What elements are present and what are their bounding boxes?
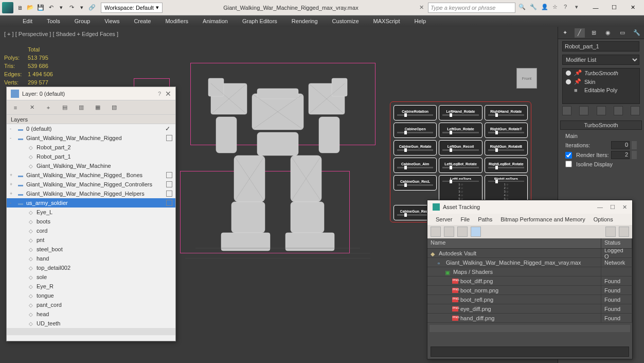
iterations-spinner[interactable]: 0 [611, 141, 630, 149]
help-icon[interactable]: ? [564, 4, 572, 12]
object-node[interactable]: ◇Robot_part_2 [7, 143, 175, 152]
object-node[interactable]: ◇head [7, 309, 175, 319]
render-iters-spinner[interactable]: 2 [611, 151, 630, 159]
asset-row[interactable]: PNGeye_diff.pngFound [427, 304, 632, 314]
menu-customize[interactable]: Customize [325, 15, 366, 27]
slider-track[interactable] [442, 149, 478, 151]
slider-track[interactable] [397, 114, 433, 116]
menu-bitmap-performance-and-memory[interactable]: Bitmap Performance and Memory [496, 216, 589, 222]
control-slider[interactable]: LeftLegToes1 ○2 ○3 ○4 ○5 ○ [439, 175, 482, 203]
control-slider[interactable]: RightGun_RotateT [485, 123, 528, 138]
asset-row[interactable]: PNGboot_norm.pngFound [427, 286, 632, 295]
asset-row[interactable]: PNGhand_diff.pngFound [427, 314, 632, 323]
refresh-icon[interactable] [431, 227, 441, 237]
link-icon[interactable]: 🔗 [87, 3, 97, 12]
menu-create[interactable]: Create [127, 15, 158, 27]
viewport-label[interactable]: [ + ] [ Perspective ] [ Shaded + Edged F… [4, 31, 118, 37]
show-result-button[interactable] [579, 106, 588, 115]
control-slider[interactable]: CabineGun_Aim [393, 158, 437, 173]
object-node[interactable]: ◇Giant_Walking_War_Machine [7, 161, 175, 170]
slider-track[interactable] [442, 114, 478, 116]
modifier-stack[interactable]: 📌TurboSmooth📌Skin■Editable Poly [562, 68, 640, 104]
pin-icon[interactable]: 📌 [574, 78, 581, 85]
bulb-icon[interactable] [566, 71, 571, 76]
slider-thumb[interactable] [404, 183, 407, 187]
layer-checkbox[interactable] [166, 181, 172, 187]
menu-animation[interactable]: Animation [195, 15, 235, 27]
control-slider[interactable]: RightGun_RotateB [485, 140, 528, 155]
asset-path-input[interactable] [431, 347, 629, 357]
redo-icon[interactable]: ↷ [67, 3, 76, 12]
menu-maxscript[interactable]: MAXScript [366, 15, 407, 27]
menu-paths[interactable]: Paths [474, 216, 496, 222]
user-icon[interactable]: 👤 [541, 4, 549, 12]
isoline-checkbox[interactable] [565, 161, 572, 167]
rollout-header[interactable]: TurboSmooth [560, 120, 642, 130]
menu-rendering[interactable]: Rendering [284, 15, 325, 27]
asset-row[interactable]: PNGboot_refl.pngFound [427, 295, 632, 304]
modify-tab-icon[interactable]: ╱ [575, 28, 585, 38]
layer-node[interactable]: -▬Giant_Walking_War_Machine_Rigged [7, 133, 175, 143]
close-button[interactable]: ✕ [623, 2, 642, 14]
redo-dropdown-icon[interactable]: ▾ [77, 3, 86, 12]
spinner-buttons[interactable] [632, 151, 637, 159]
close-icon[interactable]: ✕ [165, 90, 171, 98]
asset-dialog-titlebar[interactable]: Asset Tracking — ☐ ✕ [427, 200, 632, 214]
control-slider[interactable]: RightHand_Rotate [485, 105, 528, 120]
expander-icon[interactable]: - [10, 126, 15, 131]
freeze-layer-icon[interactable]: ▧ [110, 103, 119, 112]
slider-thumb[interactable] [450, 131, 452, 134]
slider-thumb[interactable] [495, 113, 498, 117]
slider-thumb[interactable] [404, 166, 407, 169]
slider-track[interactable] [488, 149, 525, 151]
layer-node[interactable]: -▬us_army_soldier [7, 198, 175, 208]
slider-thumb[interactable] [404, 213, 407, 217]
menu-edit[interactable]: Edit [15, 15, 40, 27]
object-node[interactable]: ◇Eye_R [7, 282, 175, 291]
slider-thumb[interactable] [495, 166, 498, 169]
modifier-list-dropdown[interactable]: Modifier List [562, 55, 639, 65]
layer-node[interactable]: +▬Giant_Walking_War_Machine_Rigged_Helpe… [7, 189, 175, 198]
slider-track[interactable] [442, 167, 478, 168]
object-node[interactable]: ◇UD_teeth [7, 319, 175, 328]
asset-grid[interactable]: ◆Autodesk VaultLogged O▫Giant_Walking_Wa… [427, 249, 632, 344]
maximize-icon[interactable]: ☐ [610, 204, 615, 211]
layer-node[interactable]: +▬Giant_Walking_War_Machine_Rigged_Contr… [7, 180, 175, 189]
slider-track[interactable] [397, 184, 433, 186]
menu-tools[interactable]: Tools [40, 15, 67, 27]
slider-thumb[interactable] [404, 131, 407, 134]
slider-track[interactable] [397, 132, 433, 133]
undo-icon[interactable]: ↶ [46, 3, 56, 12]
object-node[interactable]: ◇pant_cord [7, 300, 175, 309]
control-slider[interactable]: CabineOpen [393, 123, 437, 138]
slider-thumb[interactable] [495, 148, 498, 152]
layer-node[interactable]: -▬0 (default)✓ [7, 124, 175, 133]
slider-track[interactable] [488, 114, 525, 116]
viewcube[interactable]: Front [511, 63, 542, 94]
name-column[interactable]: Name [427, 238, 601, 248]
workspace-selector[interactable]: Workspace: Default ▾ [101, 3, 163, 13]
save-icon[interactable]: 💾 [36, 3, 45, 12]
check-icon[interactable]: ✓ [165, 125, 172, 132]
scrollbar-horizontal[interactable] [7, 328, 175, 335]
object-node[interactable]: ◇hand [7, 254, 175, 263]
layer-dialog-titlebar[interactable]: Layer: 0 (default) ? ✕ [7, 87, 175, 100]
help-icon[interactable] [605, 227, 616, 237]
create-tab-icon[interactable]: ✦ [560, 28, 570, 38]
control-slider[interactable]: RightLegToes1 ○2 ○3 ○4 ○5 ○ [485, 175, 528, 203]
bulb-icon[interactable] [566, 79, 571, 84]
control-slider[interactable]: LeftGun_Rotate [439, 123, 482, 138]
make-unique-button[interactable] [597, 106, 606, 115]
select-layer-icon[interactable]: ▤ [60, 103, 69, 112]
control-slider[interactable]: RightLegBot_Rotate [485, 158, 528, 173]
status-column[interactable]: Status [601, 238, 632, 248]
asset-row[interactable]: ◆Autodesk VaultLogged O [427, 249, 632, 258]
slider-thumb[interactable] [450, 148, 452, 152]
app-icon[interactable] [2, 2, 13, 13]
minimize-icon[interactable]: — [597, 204, 603, 211]
object-node[interactable]: ◇Robot_part_1 [7, 152, 175, 161]
motion-tab-icon[interactable]: ◉ [603, 28, 613, 38]
asset-row[interactable]: ▣Maps / Shaders [427, 267, 632, 276]
object-node[interactable]: ◇pnt [7, 235, 175, 245]
menu-file[interactable]: File [456, 216, 474, 222]
